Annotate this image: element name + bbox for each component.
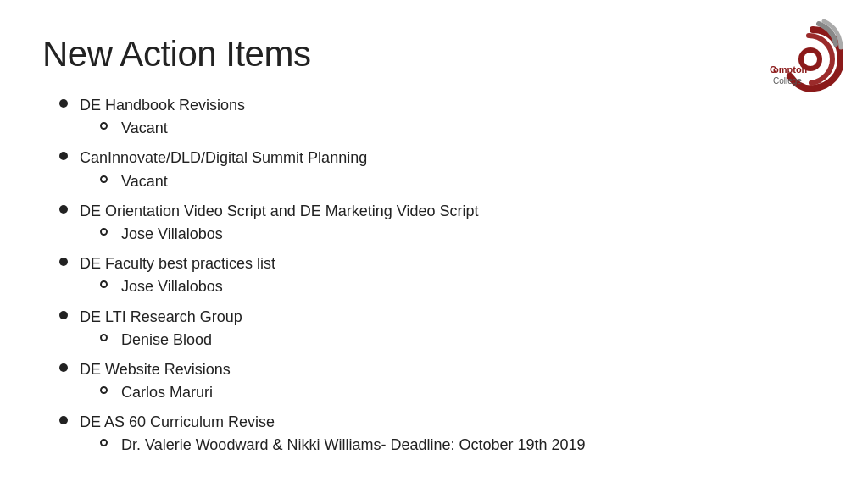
sub-bullet-icon: [100, 439, 108, 446]
bullet-dot-icon: [59, 258, 68, 266]
list-item: DE AS 60 Curriculum ReviseDr. Valerie Wo…: [59, 412, 826, 459]
sub-list: Denise Blood: [80, 330, 826, 351]
list-item: DE LTI Research GroupDenise Blood: [59, 307, 826, 354]
bullet-dot-icon: [59, 99, 68, 108]
sub-bullet-icon: [100, 175, 108, 183]
college-logo: ompton College C: [766, 17, 843, 93]
svg-text:ompton: ompton: [773, 64, 808, 75]
list-item: DE Orientation Video Script and DE Marke…: [59, 201, 826, 248]
sub-bullet-icon: [100, 228, 108, 236]
sub-list-item-label: Vacant: [121, 118, 168, 139]
page-title: New Action Items: [42, 34, 826, 75]
svg-text:College: College: [773, 76, 802, 86]
list-item-label: DE Handbook Revisions: [80, 97, 245, 114]
sub-list-item: Vacant: [100, 118, 826, 139]
list-item: CanInnovate/DLD/Digital Summit PlanningV…: [59, 147, 826, 195]
sub-list: Vacant: [80, 171, 826, 192]
sub-list-item: Vacant: [100, 171, 826, 192]
bullet-dot-icon: [59, 152, 68, 160]
sub-list: Vacant: [80, 118, 826, 139]
list-item-label: CanInnovate/DLD/Digital Summit Planning: [80, 149, 367, 166]
sub-list: Carlos Maruri: [80, 382, 826, 403]
svg-text:C: C: [770, 64, 776, 75]
list-item-label: DE LTI Research Group: [80, 308, 242, 325]
sub-bullet-icon: [100, 280, 108, 288]
list-item: DE Faculty best practices listJose Villa…: [59, 253, 826, 301]
list-item: DE Website RevisionsCarlos Maruri: [59, 359, 826, 407]
list-item-label: DE Orientation Video Script and DE Marke…: [80, 202, 479, 219]
sub-list-item-label: Jose Villalobos: [121, 224, 223, 245]
bullet-dot-icon: [59, 311, 68, 319]
sub-list-item: Denise Blood: [100, 330, 826, 351]
slide: ompton College C New Action Items DE Han…: [0, 0, 868, 488]
bullet-dot-icon: [59, 416, 68, 424]
sub-list-item-label: Vacant: [121, 171, 168, 192]
sub-list-item: Dr. Valerie Woodward & Nikki Williams- D…: [100, 435, 826, 456]
sub-list-item-label: Denise Blood: [121, 330, 212, 351]
action-items-list: DE Handbook RevisionsVacantCanInnovate/D…: [59, 95, 826, 460]
sub-list-item-label: Dr. Valerie Woodward & Nikki Williams- D…: [121, 435, 586, 456]
sub-list-item: Carlos Maruri: [100, 382, 826, 403]
list-item-label: DE AS 60 Curriculum Revise: [80, 413, 275, 430]
sub-list: Dr. Valerie Woodward & Nikki Williams- D…: [80, 435, 826, 456]
sub-list-item: Jose Villalobos: [100, 224, 826, 245]
sub-bullet-icon: [100, 386, 108, 394]
list-item: DE Handbook RevisionsVacant: [59, 95, 826, 142]
bullet-dot-icon: [59, 205, 68, 214]
sub-bullet-icon: [100, 122, 108, 130]
sub-list: Jose Villalobos: [80, 224, 826, 245]
sub-bullet-icon: [100, 334, 108, 341]
bullet-dot-icon: [59, 363, 68, 372]
content-area: DE Handbook RevisionsVacantCanInnovate/D…: [42, 95, 826, 460]
sub-list: Jose Villalobos: [80, 276, 826, 297]
sub-list-item: Jose Villalobos: [100, 276, 826, 297]
list-item-label: DE Faculty best practices list: [80, 255, 275, 272]
sub-list-item-label: Jose Villalobos: [121, 276, 223, 297]
sub-list-item-label: Carlos Maruri: [121, 382, 213, 403]
list-item-label: DE Website Revisions: [80, 361, 231, 378]
